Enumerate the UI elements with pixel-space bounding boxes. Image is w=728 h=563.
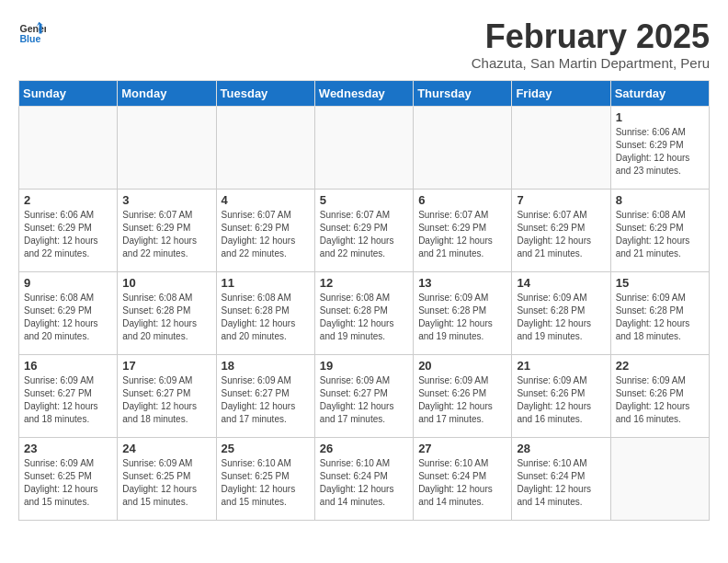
day-number: 13 bbox=[418, 276, 506, 290]
day-number: 4 bbox=[222, 193, 310, 207]
calendar-week-0: 1Sunrise: 6:06 AM Sunset: 6:29 PM Daylig… bbox=[19, 106, 710, 189]
calendar-cell-w1-d1: 3Sunrise: 6:07 AM Sunset: 6:29 PM Daylig… bbox=[118, 189, 216, 271]
day-info: Sunrise: 6:10 AM Sunset: 6:24 PM Dayligh… bbox=[320, 457, 408, 509]
calendar-cell-w4-d2: 25Sunrise: 6:10 AM Sunset: 6:25 PM Dayli… bbox=[216, 437, 314, 520]
calendar-cell-w3-d3: 19Sunrise: 6:09 AM Sunset: 6:27 PM Dayli… bbox=[314, 354, 413, 437]
calendar-cell-w3-d6: 22Sunrise: 6:09 AM Sunset: 6:26 PM Dayli… bbox=[610, 354, 709, 437]
day-number: 7 bbox=[517, 193, 605, 207]
day-number: 8 bbox=[616, 193, 704, 207]
day-info: Sunrise: 6:07 AM Sunset: 6:29 PM Dayligh… bbox=[517, 209, 605, 260]
col-wednesday: Wednesday bbox=[314, 80, 413, 106]
calendar-cell-w2-d4: 13Sunrise: 6:09 AM Sunset: 6:28 PM Dayli… bbox=[414, 271, 512, 354]
col-thursday: Thursday bbox=[414, 80, 512, 106]
day-info: Sunrise: 6:06 AM Sunset: 6:29 PM Dayligh… bbox=[24, 209, 112, 260]
col-monday: Monday bbox=[118, 80, 216, 106]
day-info: Sunrise: 6:08 AM Sunset: 6:28 PM Dayligh… bbox=[320, 292, 408, 343]
day-number: 23 bbox=[24, 442, 112, 455]
col-sunday: Sunday bbox=[19, 80, 118, 106]
day-info: Sunrise: 6:10 AM Sunset: 6:24 PM Dayligh… bbox=[517, 457, 605, 509]
calendar-cell-w0-d5 bbox=[512, 106, 610, 189]
day-info: Sunrise: 6:09 AM Sunset: 6:28 PM Dayligh… bbox=[616, 292, 704, 343]
calendar-cell-w4-d4: 27Sunrise: 6:10 AM Sunset: 6:24 PM Dayli… bbox=[414, 437, 512, 520]
calendar-cell-w4-d0: 23Sunrise: 6:09 AM Sunset: 6:25 PM Dayli… bbox=[19, 437, 118, 520]
day-number: 28 bbox=[517, 442, 605, 455]
day-info: Sunrise: 6:09 AM Sunset: 6:26 PM Dayligh… bbox=[517, 374, 605, 426]
calendar-cell-w2-d1: 10Sunrise: 6:08 AM Sunset: 6:28 PM Dayli… bbox=[118, 271, 216, 354]
day-info: Sunrise: 6:07 AM Sunset: 6:29 PM Dayligh… bbox=[418, 209, 506, 260]
day-number: 2 bbox=[24, 193, 112, 207]
logo-icon: General Blue bbox=[18, 18, 46, 46]
calendar-subtitle: Chazuta, San Martin Department, Peru bbox=[472, 55, 710, 71]
calendar-cell-w2-d5: 14Sunrise: 6:09 AM Sunset: 6:28 PM Dayli… bbox=[512, 271, 610, 354]
calendar-week-2: 9Sunrise: 6:08 AM Sunset: 6:29 PM Daylig… bbox=[19, 271, 710, 354]
calendar-cell-w1-d5: 7Sunrise: 6:07 AM Sunset: 6:29 PM Daylig… bbox=[512, 189, 610, 271]
day-number: 1 bbox=[616, 110, 704, 124]
day-number: 25 bbox=[222, 442, 310, 455]
day-info: Sunrise: 6:10 AM Sunset: 6:24 PM Dayligh… bbox=[418, 457, 506, 509]
day-number: 24 bbox=[122, 442, 210, 455]
calendar-week-3: 16Sunrise: 6:09 AM Sunset: 6:27 PM Dayli… bbox=[19, 354, 710, 437]
col-friday: Friday bbox=[512, 80, 610, 106]
calendar-week-4: 23Sunrise: 6:09 AM Sunset: 6:25 PM Dayli… bbox=[19, 437, 710, 520]
calendar-cell-w0-d6: 1Sunrise: 6:06 AM Sunset: 6:29 PM Daylig… bbox=[610, 106, 709, 189]
day-number: 15 bbox=[616, 276, 704, 290]
day-number: 6 bbox=[418, 193, 506, 207]
calendar-cell-w2-d0: 9Sunrise: 6:08 AM Sunset: 6:29 PM Daylig… bbox=[19, 271, 118, 354]
day-number: 17 bbox=[122, 359, 210, 373]
calendar-cell-w4-d3: 26Sunrise: 6:10 AM Sunset: 6:24 PM Dayli… bbox=[314, 437, 413, 520]
day-info: Sunrise: 6:08 AM Sunset: 6:28 PM Dayligh… bbox=[222, 292, 310, 343]
day-number: 21 bbox=[517, 359, 605, 373]
day-number: 11 bbox=[222, 276, 310, 290]
day-number: 26 bbox=[320, 442, 408, 455]
calendar-header-row: Sunday Monday Tuesday Wednesday Thursday… bbox=[19, 80, 710, 106]
calendar-cell-w0-d1 bbox=[118, 106, 216, 189]
day-number: 19 bbox=[320, 359, 408, 373]
day-number: 3 bbox=[122, 193, 210, 207]
day-info: Sunrise: 6:09 AM Sunset: 6:27 PM Dayligh… bbox=[24, 374, 112, 426]
day-number: 16 bbox=[24, 359, 112, 373]
day-info: Sunrise: 6:10 AM Sunset: 6:25 PM Dayligh… bbox=[222, 457, 310, 509]
day-number: 5 bbox=[320, 193, 408, 207]
calendar-cell-w1-d4: 6Sunrise: 6:07 AM Sunset: 6:29 PM Daylig… bbox=[414, 189, 512, 271]
calendar-cell-w1-d0: 2Sunrise: 6:06 AM Sunset: 6:29 PM Daylig… bbox=[19, 189, 118, 271]
calendar-cell-w2-d2: 11Sunrise: 6:08 AM Sunset: 6:28 PM Dayli… bbox=[216, 271, 314, 354]
day-number: 14 bbox=[517, 276, 605, 290]
day-info: Sunrise: 6:09 AM Sunset: 6:26 PM Dayligh… bbox=[418, 374, 506, 426]
day-number: 10 bbox=[122, 276, 210, 290]
calendar-cell-w1-d2: 4Sunrise: 6:07 AM Sunset: 6:29 PM Daylig… bbox=[216, 189, 314, 271]
day-number: 9 bbox=[24, 276, 112, 290]
calendar-week-1: 2Sunrise: 6:06 AM Sunset: 6:29 PM Daylig… bbox=[19, 189, 710, 271]
title-area: February 2025 Chazuta, San Martin Depart… bbox=[472, 18, 710, 71]
calendar-cell-w0-d3 bbox=[314, 106, 413, 189]
day-number: 22 bbox=[616, 359, 704, 373]
logo: General Blue bbox=[18, 18, 46, 46]
calendar-cell-w4-d5: 28Sunrise: 6:10 AM Sunset: 6:24 PM Dayli… bbox=[512, 437, 610, 520]
header: General Blue February 2025 Chazuta, San … bbox=[18, 18, 710, 71]
calendar-cell-w3-d1: 17Sunrise: 6:09 AM Sunset: 6:27 PM Dayli… bbox=[118, 354, 216, 437]
calendar-cell-w2-d3: 12Sunrise: 6:08 AM Sunset: 6:28 PM Dayli… bbox=[314, 271, 413, 354]
day-info: Sunrise: 6:09 AM Sunset: 6:25 PM Dayligh… bbox=[122, 457, 210, 509]
calendar-title: February 2025 bbox=[472, 18, 710, 55]
col-saturday: Saturday bbox=[610, 80, 709, 106]
calendar-table: Sunday Monday Tuesday Wednesday Thursday… bbox=[18, 80, 710, 521]
day-info: Sunrise: 6:09 AM Sunset: 6:28 PM Dayligh… bbox=[418, 292, 506, 343]
calendar-cell-w2-d6: 15Sunrise: 6:09 AM Sunset: 6:28 PM Dayli… bbox=[610, 271, 709, 354]
day-info: Sunrise: 6:09 AM Sunset: 6:27 PM Dayligh… bbox=[222, 374, 310, 426]
day-number: 12 bbox=[320, 276, 408, 290]
day-info: Sunrise: 6:08 AM Sunset: 6:29 PM Dayligh… bbox=[24, 292, 112, 343]
calendar-cell-w0-d2 bbox=[216, 106, 314, 189]
calendar-cell-w1-d3: 5Sunrise: 6:07 AM Sunset: 6:29 PM Daylig… bbox=[314, 189, 413, 271]
day-number: 18 bbox=[222, 359, 310, 373]
day-info: Sunrise: 6:07 AM Sunset: 6:29 PM Dayligh… bbox=[222, 209, 310, 260]
day-number: 20 bbox=[418, 359, 506, 373]
day-info: Sunrise: 6:09 AM Sunset: 6:25 PM Dayligh… bbox=[24, 457, 112, 509]
day-number: 27 bbox=[418, 442, 506, 455]
day-info: Sunrise: 6:09 AM Sunset: 6:27 PM Dayligh… bbox=[122, 374, 210, 426]
calendar-cell-w3-d5: 21Sunrise: 6:09 AM Sunset: 6:26 PM Dayli… bbox=[512, 354, 610, 437]
calendar-cell-w3-d2: 18Sunrise: 6:09 AM Sunset: 6:27 PM Dayli… bbox=[216, 354, 314, 437]
svg-text:Blue: Blue bbox=[20, 33, 41, 44]
day-info: Sunrise: 6:07 AM Sunset: 6:29 PM Dayligh… bbox=[122, 209, 210, 260]
calendar-cell-w0-d0 bbox=[19, 106, 118, 189]
col-tuesday: Tuesday bbox=[216, 80, 314, 106]
day-info: Sunrise: 6:08 AM Sunset: 6:29 PM Dayligh… bbox=[616, 209, 704, 260]
